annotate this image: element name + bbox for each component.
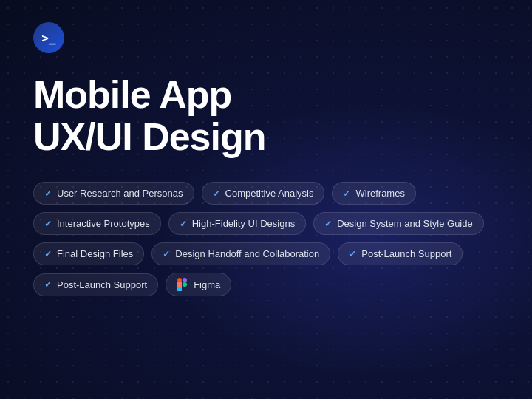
tag-label: User Research and Personas	[57, 188, 183, 199]
check-icon: ✓	[44, 219, 52, 229]
tag-competitive-analysis: ✓Competitive Analysis	[202, 182, 325, 205]
svg-rect-1	[177, 282, 182, 287]
check-icon: ✓	[213, 188, 220, 199]
logo-icon: >_	[41, 31, 55, 45]
tag-label: Wireframes	[355, 188, 404, 199]
tag-label: Figma	[194, 279, 220, 290]
title-line1: Mobile App	[33, 73, 231, 116]
tag-row-3: ✓Post-Launch Support Figma	[33, 273, 499, 296]
tag-design-handoff: ✓Design Handoff and Collaboration	[151, 242, 330, 265]
tag-post-launch-2: ✓Post-Launch Support	[338, 242, 463, 265]
tag-row-1: ✓Interactive Prototypes✓High-Fidelity UI…	[33, 212, 499, 235]
tag-label: Post-Launch Support	[57, 279, 147, 290]
tag-figma: Figma	[166, 273, 231, 296]
tag-label: Final Design Files	[57, 248, 133, 259]
check-icon: ✓	[163, 249, 170, 259]
check-icon: ✓	[343, 188, 350, 199]
tag-wireframes: ✓Wireframes	[332, 182, 415, 205]
check-icon: ✓	[44, 249, 52, 259]
figma-icon	[177, 279, 188, 290]
title-line2: UX/UI Design	[33, 115, 266, 158]
tag-user-research: ✓User Research and Personas	[33, 182, 194, 205]
tag-label: Design Handoff and Collaboration	[175, 248, 319, 259]
main-content: >_ Mobile App UX/UI Design ✓User Researc…	[0, 0, 532, 318]
tag-label: Design System and Style Guide	[337, 218, 473, 229]
svg-rect-2	[177, 287, 182, 291]
tags-container: ✓User Research and Personas✓Competitive …	[33, 182, 499, 296]
tag-row-0: ✓User Research and Personas✓Competitive …	[33, 182, 499, 205]
tag-high-fidelity: ✓High-Fidelity UI Designs	[168, 212, 306, 235]
tag-post-launch: ✓Post-Launch Support	[33, 273, 158, 296]
tag-label: Competitive Analysis	[225, 188, 314, 199]
logo: >_	[33, 22, 64, 53]
tag-row-2: ✓Final Design Files✓Design Handoff and C…	[33, 242, 499, 265]
page-title: Mobile App UX/UI Design	[33, 74, 499, 158]
check-icon: ✓	[44, 279, 52, 290]
tag-interactive-prototypes: ✓Interactive Prototypes	[33, 212, 161, 235]
check-icon: ✓	[180, 219, 187, 229]
tag-design-system: ✓Design System and Style Guide	[313, 212, 484, 235]
svg-rect-0	[177, 278, 182, 282]
svg-point-4	[183, 282, 187, 287]
check-icon: ✓	[349, 249, 356, 259]
check-icon: ✓	[324, 219, 332, 229]
tag-label: High-Fidelity UI Designs	[192, 218, 295, 229]
svg-rect-3	[183, 278, 187, 282]
check-icon: ✓	[44, 188, 52, 199]
tag-final-design: ✓Final Design Files	[33, 242, 144, 265]
tag-label: Interactive Prototypes	[57, 218, 150, 229]
tag-label: Post-Launch Support	[361, 248, 451, 259]
